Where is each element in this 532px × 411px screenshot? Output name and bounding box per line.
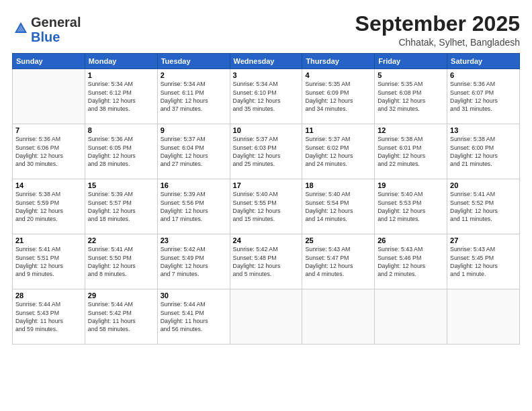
day-info: Sunrise: 5:40 AMSunset: 5:55 PMDaylight:…: [233, 190, 300, 223]
day-number: 10: [233, 126, 300, 134]
calendar-cell: 30Sunrise: 5:44 AMSunset: 5:41 PMDayligh…: [157, 289, 230, 345]
col-sunday: Sunday: [13, 54, 85, 69]
day-info: Sunrise: 5:44 AMSunset: 5:43 PMDaylight:…: [15, 300, 82, 333]
calendar-table: Sunday Monday Tuesday Wednesday Thursday…: [12, 53, 520, 345]
day-number: 22: [88, 236, 154, 244]
day-number: 2: [161, 71, 227, 79]
day-number: 25: [305, 236, 371, 244]
calendar-cell: 27Sunrise: 5:43 AMSunset: 5:45 PMDayligh…: [447, 234, 520, 289]
calendar-cell: 7Sunrise: 5:36 AMSunset: 6:06 PMDaylight…: [13, 124, 85, 179]
day-info: Sunrise: 5:38 AMSunset: 6:01 PMDaylight:…: [378, 135, 444, 168]
calendar-cell: 6Sunrise: 5:36 AMSunset: 6:07 PMDaylight…: [447, 69, 520, 124]
day-number: 16: [161, 181, 227, 189]
calendar-cell: 17Sunrise: 5:40 AMSunset: 5:55 PMDayligh…: [230, 179, 302, 234]
week-row-2: 7Sunrise: 5:36 AMSunset: 6:06 PMDaylight…: [13, 124, 520, 179]
day-number: 3: [233, 71, 300, 79]
calendar-cell: 22Sunrise: 5:41 AMSunset: 5:50 PMDayligh…: [85, 234, 157, 289]
day-number: 12: [378, 126, 444, 134]
day-number: 23: [161, 236, 227, 244]
calendar-cell: [375, 289, 447, 345]
logo-general-text: General: [31, 15, 81, 30]
calendar-cell: 13Sunrise: 5:38 AMSunset: 6:00 PMDayligh…: [447, 124, 520, 179]
calendar-cell: 26Sunrise: 5:43 AMSunset: 5:46 PMDayligh…: [375, 234, 447, 289]
day-number: 26: [378, 236, 444, 244]
week-row-4: 21Sunrise: 5:41 AMSunset: 5:51 PMDayligh…: [13, 234, 520, 289]
day-info: Sunrise: 5:41 AMSunset: 5:51 PMDaylight:…: [15, 245, 82, 278]
day-info: Sunrise: 5:38 AMSunset: 6:00 PMDaylight:…: [450, 135, 517, 168]
day-info: Sunrise: 5:43 AMSunset: 5:45 PMDaylight:…: [450, 245, 517, 278]
logo-blue-text: Blue: [31, 30, 60, 44]
page-header: General Blue September 2025 Chhatak, Syl…: [12, 12, 520, 48]
calendar-cell: 8Sunrise: 5:36 AMSunset: 6:05 PMDaylight…: [85, 124, 157, 179]
day-number: 21: [15, 236, 82, 244]
calendar-cell: 28Sunrise: 5:44 AMSunset: 5:43 PMDayligh…: [13, 289, 85, 345]
title-block: September 2025 Chhatak, Sylhet, Banglade…: [355, 12, 520, 48]
calendar-cell: 5Sunrise: 5:35 AMSunset: 6:08 PMDaylight…: [375, 69, 447, 124]
day-number: 13: [450, 126, 517, 134]
day-number: 6: [450, 71, 517, 79]
calendar-cell: 25Sunrise: 5:43 AMSunset: 5:47 PMDayligh…: [302, 234, 375, 289]
logo-icon: [13, 21, 28, 36]
day-info: Sunrise: 5:39 AMSunset: 5:57 PMDaylight:…: [88, 190, 154, 223]
day-info: Sunrise: 5:34 AMSunset: 6:10 PMDaylight:…: [233, 80, 300, 113]
day-info: Sunrise: 5:36 AMSunset: 6:07 PMDaylight:…: [450, 80, 517, 113]
col-monday: Monday: [85, 54, 157, 69]
calendar-header-row: Sunday Monday Tuesday Wednesday Thursday…: [13, 54, 520, 69]
day-info: Sunrise: 5:43 AMSunset: 5:47 PMDaylight:…: [305, 245, 371, 278]
col-wednesday: Wednesday: [230, 54, 302, 69]
week-row-1: 1Sunrise: 5:34 AMSunset: 6:12 PMDaylight…: [13, 69, 520, 124]
week-row-5: 28Sunrise: 5:44 AMSunset: 5:43 PMDayligh…: [13, 289, 520, 345]
calendar-cell: 29Sunrise: 5:44 AMSunset: 5:42 PMDayligh…: [85, 289, 157, 345]
week-row-3: 14Sunrise: 5:38 AMSunset: 5:59 PMDayligh…: [13, 179, 520, 234]
day-number: 5: [378, 71, 444, 79]
calendar-cell: 23Sunrise: 5:42 AMSunset: 5:49 PMDayligh…: [157, 234, 230, 289]
col-saturday: Saturday: [447, 54, 520, 69]
day-info: Sunrise: 5:43 AMSunset: 5:46 PMDaylight:…: [378, 245, 444, 278]
calendar-cell: 21Sunrise: 5:41 AMSunset: 5:51 PMDayligh…: [13, 234, 85, 289]
day-info: Sunrise: 5:37 AMSunset: 6:02 PMDaylight:…: [305, 135, 371, 168]
day-number: 15: [88, 181, 154, 189]
day-info: Sunrise: 5:44 AMSunset: 5:42 PMDaylight:…: [88, 300, 154, 333]
day-number: 1: [88, 71, 154, 79]
day-number: 27: [450, 236, 517, 244]
calendar-cell: 18Sunrise: 5:40 AMSunset: 5:54 PMDayligh…: [302, 179, 375, 234]
day-number: 18: [305, 181, 371, 189]
day-number: 11: [305, 126, 371, 134]
location: Chhatak, Sylhet, Bangladesh: [355, 37, 520, 48]
calendar-cell: 11Sunrise: 5:37 AMSunset: 6:02 PMDayligh…: [302, 124, 375, 179]
calendar-cell: 4Sunrise: 5:35 AMSunset: 6:09 PMDaylight…: [302, 69, 375, 124]
day-info: Sunrise: 5:44 AMSunset: 5:41 PMDaylight:…: [161, 300, 227, 333]
day-number: 28: [15, 291, 82, 300]
calendar-cell: 10Sunrise: 5:37 AMSunset: 6:03 PMDayligh…: [230, 124, 302, 179]
calendar-cell: 14Sunrise: 5:38 AMSunset: 5:59 PMDayligh…: [13, 179, 85, 234]
day-number: 14: [15, 181, 82, 189]
day-info: Sunrise: 5:39 AMSunset: 5:56 PMDaylight:…: [161, 190, 227, 223]
calendar-cell: [447, 289, 520, 345]
day-info: Sunrise: 5:37 AMSunset: 6:04 PMDaylight:…: [161, 135, 227, 168]
day-number: 24: [233, 236, 300, 244]
day-info: Sunrise: 5:34 AMSunset: 6:11 PMDaylight:…: [161, 80, 227, 113]
calendar-cell: 2Sunrise: 5:34 AMSunset: 6:11 PMDaylight…: [157, 69, 230, 124]
day-info: Sunrise: 5:37 AMSunset: 6:03 PMDaylight:…: [233, 135, 300, 168]
calendar-cell: [13, 69, 85, 124]
day-info: Sunrise: 5:42 AMSunset: 5:49 PMDaylight:…: [161, 245, 227, 278]
day-info: Sunrise: 5:40 AMSunset: 5:53 PMDaylight:…: [378, 190, 444, 223]
day-info: Sunrise: 5:40 AMSunset: 5:54 PMDaylight:…: [305, 190, 371, 223]
day-number: 17: [233, 181, 300, 189]
day-info: Sunrise: 5:35 AMSunset: 6:08 PMDaylight:…: [378, 80, 444, 113]
day-number: 4: [305, 71, 371, 79]
day-info: Sunrise: 5:35 AMSunset: 6:09 PMDaylight:…: [305, 80, 371, 113]
day-number: 20: [450, 181, 517, 189]
col-thursday: Thursday: [302, 54, 375, 69]
day-number: 29: [88, 291, 154, 300]
day-info: Sunrise: 5:42 AMSunset: 5:48 PMDaylight:…: [233, 245, 300, 278]
col-tuesday: Tuesday: [157, 54, 230, 69]
day-number: 8: [88, 126, 154, 134]
day-number: 30: [161, 291, 227, 300]
month-title: September 2025: [355, 12, 520, 36]
calendar-cell: 9Sunrise: 5:37 AMSunset: 6:04 PMDaylight…: [157, 124, 230, 179]
day-info: Sunrise: 5:41 AMSunset: 5:50 PMDaylight:…: [88, 245, 154, 278]
calendar-cell: [230, 289, 302, 345]
logo: General Blue: [12, 15, 81, 44]
col-friday: Friday: [375, 54, 447, 69]
